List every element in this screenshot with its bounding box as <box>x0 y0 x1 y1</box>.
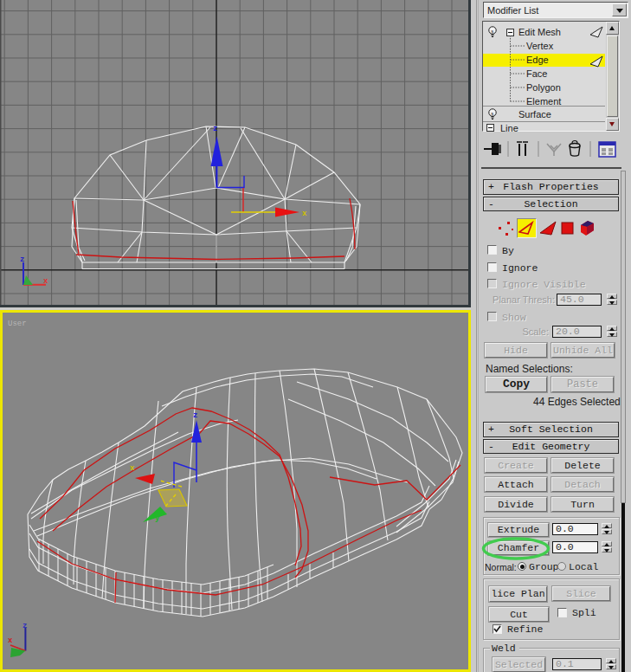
svg-text:s: s <box>491 111 493 116</box>
svg-text:x: x <box>130 464 135 473</box>
svg-text:z: z <box>23 622 27 630</box>
svg-text:x: x <box>302 210 307 218</box>
svg-text:z: z <box>20 255 24 264</box>
svg-text:z: z <box>193 411 197 420</box>
svg-text:s: s <box>491 29 493 34</box>
svg-text:y: y <box>155 514 160 523</box>
svg-text:User: User <box>8 320 27 328</box>
svg-text:x: x <box>8 636 13 645</box>
svg-text:x: x <box>43 277 48 286</box>
svg-text:z: z <box>213 125 217 133</box>
